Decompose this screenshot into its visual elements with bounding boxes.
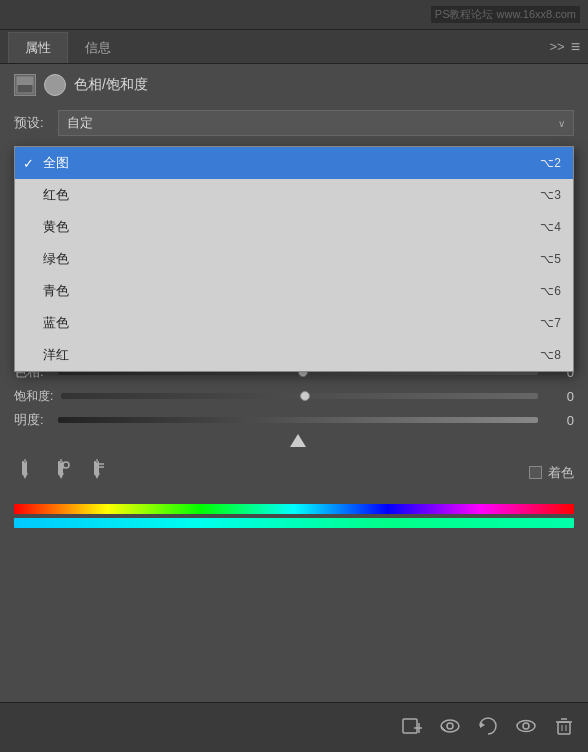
svg-rect-1 <box>17 77 33 85</box>
lightness-label: 明度: <box>14 411 50 429</box>
preset-select[interactable]: 自定 ∨ <box>58 110 574 136</box>
svg-marker-11 <box>94 473 100 479</box>
dropdown-menu[interactable]: ✓ 全图 ⌥2 红色 ⌥3 黄色 ⌥4 绿色 <box>14 146 574 372</box>
reset-button[interactable] <box>476 714 500 741</box>
bottom-toolbar <box>0 702 588 752</box>
menu-icon[interactable]: ≡ <box>571 38 580 56</box>
adj-title: 色相/饱和度 <box>74 76 148 94</box>
svg-rect-7 <box>60 459 62 463</box>
dropdown-item-green[interactable]: 绿色 ⌥5 <box>15 243 573 275</box>
eye-button[interactable] <box>514 714 538 741</box>
check-icon: ✓ <box>23 156 34 171</box>
svg-rect-24 <box>558 722 570 734</box>
adj-mask-icon[interactable] <box>44 74 66 96</box>
saturation-row: 饱和度: 0 <box>14 387 574 405</box>
dropdown-shortcut: ⌥7 <box>540 316 561 330</box>
tools-row: 着色 <box>14 459 574 486</box>
dropdown-label: 黄色 <box>43 218 69 236</box>
dropdown-item-all[interactable]: ✓ 全图 ⌥2 <box>15 147 573 179</box>
svg-point-18 <box>441 720 459 732</box>
dropdown-shortcut: ⌥5 <box>540 252 561 266</box>
hue-spectrum-bar <box>14 504 574 514</box>
tab-info[interactable]: 信息 <box>68 32 128 63</box>
adj-header: 色相/饱和度 <box>14 74 574 96</box>
sat-spectrum-bar <box>14 518 574 528</box>
svg-marker-3 <box>22 473 28 479</box>
dropdown-label: 洋红 <box>43 346 69 364</box>
dropdown-item-cyan[interactable]: 青色 ⌥6 <box>15 275 573 307</box>
dropdown-shortcut: ⌥6 <box>540 284 561 298</box>
svg-marker-6 <box>58 473 64 479</box>
dropdown-label: 全图 <box>43 154 69 172</box>
preset-arrow-icon: ∨ <box>558 118 565 129</box>
preset-row: 预设: 自定 ∨ <box>14 110 574 136</box>
dropdown-label: 红色 <box>43 186 69 204</box>
preset-label: 预设: <box>14 114 50 132</box>
watermark-text: PS教程论坛 www.16xx8.com <box>431 6 580 23</box>
eyedropper-3[interactable] <box>86 459 108 486</box>
dropdown-item-red[interactable]: 红色 ⌥3 <box>15 179 573 211</box>
svg-rect-4 <box>24 459 26 463</box>
adj-layer-icon[interactable] <box>14 74 36 96</box>
preset-value: 自定 <box>67 114 93 132</box>
lightness-value: 0 <box>546 413 574 428</box>
channel-with-cursor: 🖐 ✓ 全图 ⌥2 红色 ⌥3 <box>14 148 574 348</box>
lightness-slider[interactable] <box>58 411 538 429</box>
top-bar: PS教程论坛 www.16xx8.com <box>0 0 588 30</box>
svg-marker-21 <box>480 722 485 728</box>
lightness-track <box>58 417 538 423</box>
dropdown-label: 绿色 <box>43 250 69 268</box>
visibility-button[interactable] <box>438 714 462 741</box>
add-layer-button[interactable] <box>400 714 424 741</box>
tab-properties[interactable]: 属性 <box>8 32 68 63</box>
dropdown-item-magenta[interactable]: 洋红 ⌥8 <box>15 339 573 371</box>
lightness-triangle <box>290 434 306 447</box>
saturation-slider[interactable] <box>61 387 538 405</box>
spectrum-area <box>14 504 574 528</box>
svg-rect-15 <box>403 719 417 733</box>
dropdown-shortcut: ⌥3 <box>540 188 561 202</box>
colorize-checkbox[interactable] <box>529 466 542 479</box>
colorize-label: 着色 <box>548 464 574 482</box>
svg-point-19 <box>447 723 453 729</box>
eyedropper-1[interactable] <box>14 459 36 486</box>
eyedropper-2[interactable] <box>50 459 72 486</box>
dropdown-item-yellow[interactable]: 黄色 ⌥4 <box>15 211 573 243</box>
svg-rect-12 <box>96 459 98 463</box>
dropdown-container: 🖐 ✓ 全图 ⌥2 红色 ⌥3 <box>14 148 574 348</box>
saturation-label: 饱和度: <box>14 388 53 405</box>
svg-point-23 <box>523 723 529 729</box>
expand-icon[interactable]: >> <box>549 39 564 54</box>
lightness-row: 明度: 0 <box>14 411 574 429</box>
delete-button[interactable] <box>552 714 576 741</box>
svg-rect-2 <box>22 461 27 475</box>
dropdown-shortcut: ⌥2 <box>540 156 561 170</box>
dropdown-item-blue[interactable]: 蓝色 ⌥7 <box>15 307 573 339</box>
saturation-value: 0 <box>546 389 574 404</box>
panel-wrapper: PS教程论坛 www.16xx8.com 属性 信息 >> ≡ 色相/饱和度 <box>0 0 588 752</box>
dropdown-shortcut: ⌥8 <box>540 348 561 362</box>
tab-controls: >> ≡ <box>541 30 588 63</box>
svg-point-22 <box>517 721 535 732</box>
dropdown-shortcut: ⌥4 <box>540 220 561 234</box>
colorize-row: 着色 <box>529 464 574 482</box>
svg-rect-10 <box>94 461 99 475</box>
tab-bar: 属性 信息 >> ≡ <box>0 30 588 64</box>
dropdown-label: 蓝色 <box>43 314 69 332</box>
saturation-thumb[interactable] <box>300 391 310 401</box>
dropdown-label: 青色 <box>43 282 69 300</box>
main-area: 色相/饱和度 预设: 自定 ∨ 🖐 <box>0 64 588 752</box>
